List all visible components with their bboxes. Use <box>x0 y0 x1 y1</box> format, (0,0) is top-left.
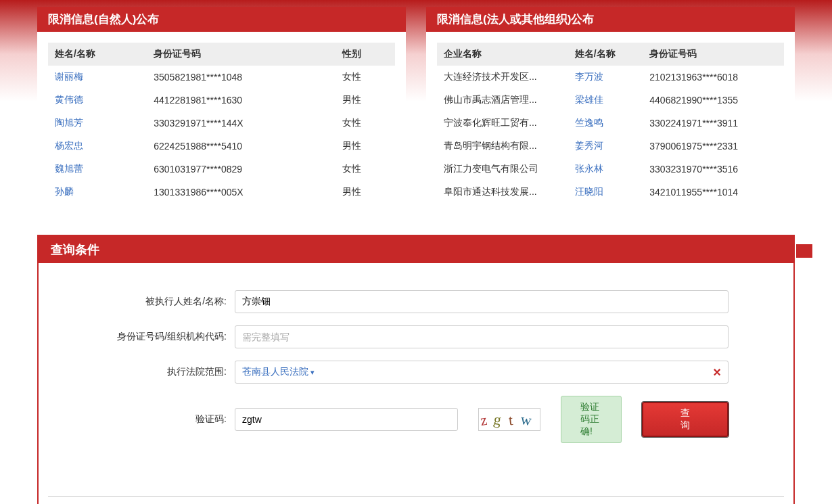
person-name-link[interactable]: 谢丽梅 <box>48 66 147 89</box>
table-row: 魏旭蕾6301031977****0829女性 <box>48 158 395 181</box>
label-captcha: 验证码: <box>52 413 235 426</box>
table-row: 阜阳市通达科技发展...汪晓阳3421011955****1014 <box>437 181 784 204</box>
table-row: 孙麟1301331986****005X男性 <box>48 181 395 204</box>
table-row: 浙江力变电气有限公司张永林3303231970****3516 <box>437 158 784 181</box>
table-row: 陶旭芳3303291971****144X女性 <box>48 112 395 135</box>
panel-natural-title: 限消信息(自然人)公布 <box>37 7 406 32</box>
contact-name-link[interactable]: 张永林 <box>568 158 643 181</box>
natural-person-table: 姓名/名称 身份证号码 性别 谢丽梅3505821981****1048女性黄伟… <box>48 43 395 204</box>
contact-name-link[interactable]: 汪晓阳 <box>568 181 643 204</box>
id-cell: 3790061975****2331 <box>643 135 784 158</box>
query-section: 查询条件 被执行人姓名/名称: 身份证号码/组织机构代码: 执行法院范围: <box>37 235 795 504</box>
company-cell: 佛山市禹志酒店管理... <box>437 89 568 112</box>
company-cell: 青岛明宇钢结构有限... <box>437 135 568 158</box>
table-row: 大连经济技术开发区...李万波2102131963****6018 <box>437 66 784 89</box>
contact-name-link[interactable]: 竺逸鸣 <box>568 112 643 135</box>
gender-cell: 男性 <box>336 181 395 204</box>
captcha-ok-badge: 验证码正确! <box>561 396 622 443</box>
id-cell: 2102131963****6018 <box>643 66 784 89</box>
company-cell: 宁波奉化辉旺工贸有... <box>437 112 568 135</box>
gender-cell: 女性 <box>336 112 395 135</box>
decor-stripe <box>796 244 812 258</box>
contact-name-link[interactable]: 李万波 <box>568 66 643 89</box>
result-title: 查询结果 <box>39 497 793 504</box>
gender-cell: 男性 <box>336 89 395 112</box>
query-title: 查询条件 <box>39 236 793 263</box>
id-cell: 1301331986****005X <box>147 181 336 204</box>
table-row: 佛山市禹志酒店管理...梁雄佳4406821990****1355 <box>437 89 784 112</box>
id-cell: 3421011955****1014 <box>643 181 784 204</box>
table-row: 青岛明宇钢结构有限...姜秀河3790061975****2331 <box>437 135 784 158</box>
col-name: 姓名/名称 <box>48 43 147 66</box>
id-cell: 3303231970****3516 <box>643 158 784 181</box>
svg-text:z: z <box>479 411 488 429</box>
id-cell: 6301031977****0829 <box>147 158 336 181</box>
col-id: 身份证号码 <box>147 43 336 66</box>
company-cell: 阜阳市通达科技发展... <box>437 181 568 204</box>
id-cell: 4406821990****1355 <box>643 89 784 112</box>
input-captcha[interactable] <box>235 408 458 431</box>
label-court: 执行法院范围: <box>52 366 235 378</box>
panel-legal-title: 限消信息(法人或其他组织)公布 <box>426 7 795 32</box>
col-name: 姓名/名称 <box>568 43 643 66</box>
clear-court-icon[interactable]: × <box>713 365 721 379</box>
panel-legal-person: 限消信息(法人或其他组织)公布 企业名称 姓名/名称 身份证号码 大连经济技术开… <box>426 7 795 214</box>
table-row: 宁波奉化辉旺工贸有...竺逸鸣3302241971****3911 <box>437 112 784 135</box>
id-cell: 6224251988****5410 <box>147 135 336 158</box>
contact-name-link[interactable]: 姜秀河 <box>568 135 643 158</box>
input-name[interactable] <box>235 290 729 313</box>
person-name-link[interactable]: 孙麟 <box>48 181 147 204</box>
id-cell: 3505821981****1048 <box>147 66 336 89</box>
person-name-link[interactable]: 陶旭芳 <box>48 112 147 135</box>
id-cell: 3302241971****3911 <box>643 112 784 135</box>
person-name-link[interactable]: 杨宏忠 <box>48 135 147 158</box>
table-row: 杨宏忠6224251988****5410男性 <box>48 135 395 158</box>
company-cell: 浙江力变电气有限公司 <box>437 158 568 181</box>
gender-cell: 女性 <box>336 66 395 89</box>
captcha-image[interactable]: z g t w <box>478 408 540 431</box>
col-company: 企业名称 <box>437 43 568 66</box>
svg-text:w: w <box>519 411 532 429</box>
label-name: 被执行人姓名/名称: <box>52 296 235 308</box>
label-id: 身份证号码/组织机构代码: <box>52 331 235 343</box>
id-cell: 4412281981****1630 <box>147 89 336 112</box>
search-button[interactable]: 查询 <box>642 402 729 437</box>
table-row: 黄伟德4412281981****1630男性 <box>48 89 395 112</box>
company-cell: 大连经济技术开发区... <box>437 66 568 89</box>
id-cell: 3303291971****144X <box>147 112 336 135</box>
panel-natural-person: 限消信息(自然人)公布 姓名/名称 身份证号码 性别 谢丽梅3505821981… <box>37 7 406 214</box>
col-gender: 性别 <box>336 43 395 66</box>
gender-cell: 男性 <box>336 135 395 158</box>
col-id: 身份证号码 <box>643 43 784 66</box>
input-id[interactable] <box>235 325 729 348</box>
svg-text:t: t <box>508 411 514 429</box>
legal-person-table: 企业名称 姓名/名称 身份证号码 大连经济技术开发区...李万波21021319… <box>437 43 784 204</box>
court-select[interactable]: 苍南县人民法院 × <box>235 361 729 384</box>
contact-name-link[interactable]: 梁雄佳 <box>568 89 643 112</box>
person-name-link[interactable]: 魏旭蕾 <box>48 158 147 181</box>
gender-cell: 女性 <box>336 158 395 181</box>
svg-text:g: g <box>492 411 503 429</box>
court-selected-text[interactable]: 苍南县人民法院 <box>242 366 315 378</box>
person-name-link[interactable]: 黄伟德 <box>48 89 147 112</box>
table-row: 谢丽梅3505821981****1048女性 <box>48 66 395 89</box>
